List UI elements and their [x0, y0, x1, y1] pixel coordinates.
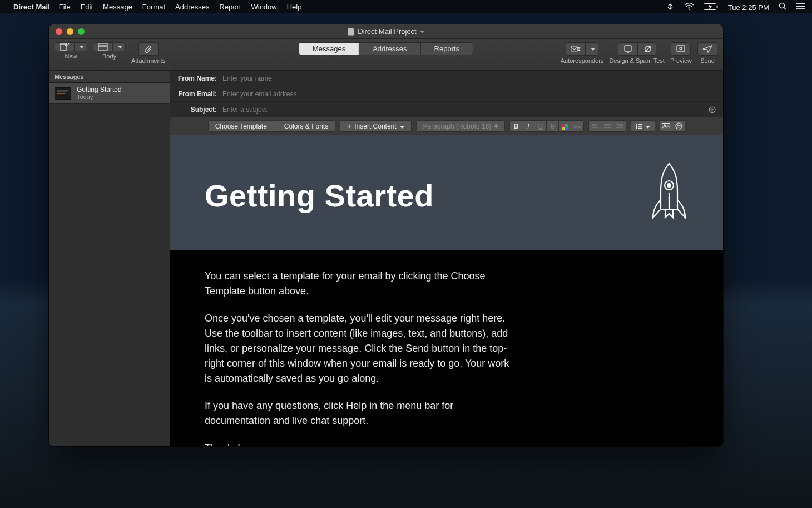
wifi-icon[interactable] — [684, 3, 694, 10]
fast-user-switch-icon[interactable] — [666, 3, 674, 10]
tab-messages[interactable]: Messages — [299, 43, 359, 55]
chevron-down-icon — [77, 46, 87, 48]
signature: Thanks! The Direct Mail Team directmailm… — [205, 441, 514, 446]
template-colors-segment: Choose Template Colors & Fonts — [208, 120, 336, 132]
send-icon — [702, 45, 712, 53]
header-fields: From Name: Enter your name From Email: E… — [170, 71, 723, 117]
chevron-down-icon — [646, 122, 650, 130]
align-right-button[interactable] — [613, 121, 626, 131]
paragraph-1: You can select a template for your email… — [205, 269, 514, 299]
menubar-clock[interactable]: Tue 2:25 PM — [728, 3, 769, 12]
svg-rect-11 — [571, 47, 577, 51]
menu-message[interactable]: Message — [103, 3, 132, 11]
choose-template-button[interactable]: Choose Template — [209, 121, 274, 131]
autoresponder-icon — [566, 43, 586, 55]
text-style-group: B I U S — [509, 120, 584, 132]
view-segmented-control: Messages Addresses Reports — [299, 42, 473, 55]
emoji-button[interactable] — [672, 121, 685, 131]
toolbar-preview-label: Preview — [670, 57, 692, 64]
list-button[interactable] — [631, 120, 655, 132]
media-group — [660, 120, 685, 132]
menu-edit[interactable]: Edit — [81, 3, 93, 11]
toolbar-autoresponders-label: Autoresponders — [561, 57, 604, 64]
from-email-row: From Email: Enter your email address — [170, 86, 723, 102]
new-button[interactable] — [55, 42, 87, 51]
tab-reports[interactable]: Reports — [421, 43, 473, 55]
tab-addresses[interactable]: Addresses — [359, 43, 420, 55]
preview-button[interactable] — [671, 42, 691, 56]
link-button[interactable] — [571, 121, 583, 131]
menu-file[interactable]: File — [59, 3, 71, 11]
subject-input[interactable]: Enter a subject — [222, 106, 708, 114]
menu-report[interactable]: Report — [219, 3, 241, 11]
toolbar-attachments-label: Attachments — [131, 57, 165, 64]
menu-window[interactable]: Window — [251, 3, 276, 11]
insert-content-button[interactable]: + Insert Content — [340, 120, 411, 132]
add-field-button[interactable]: ⊕ — [708, 103, 716, 116]
align-center-button[interactable] — [601, 121, 613, 131]
attachments-button[interactable] — [138, 42, 159, 56]
underline-button[interactable]: U — [534, 121, 547, 131]
svg-point-0 — [689, 9, 690, 10]
paragraph-style-selector[interactable]: Paragraph (Roboto 16) — [416, 120, 506, 132]
autoresponders-button[interactable] — [566, 42, 598, 56]
from-name-label: From Name: — [177, 75, 217, 82]
svg-line-4 — [784, 7, 786, 9]
battery-icon[interactable] — [704, 3, 718, 10]
menu-format[interactable]: Format — [142, 3, 165, 11]
message-thumbnail — [55, 87, 71, 100]
compose-icon — [55, 43, 75, 51]
send-button[interactable] — [697, 42, 717, 56]
toolbar-body-label: Body — [102, 53, 116, 60]
chevron-down-icon — [588, 43, 598, 55]
italic-button[interactable]: I — [522, 121, 534, 131]
toolbar-design-spam-label: Design & Spam Test — [609, 57, 664, 64]
text-color-button[interactable] — [559, 121, 571, 132]
sidebar-item-getting-started[interactable]: Getting Started Today — [49, 83, 170, 104]
from-email-input[interactable]: Enter your email address — [222, 90, 716, 98]
menu-help[interactable]: Help — [287, 3, 302, 11]
toolbar-new-label: New — [65, 53, 77, 60]
colors-fonts-button[interactable]: Colors & Fonts — [278, 121, 335, 131]
svg-point-38 — [676, 123, 682, 129]
spotlight-icon[interactable] — [779, 2, 786, 10]
svg-point-42 — [667, 184, 671, 187]
menu-addresses[interactable]: Addresses — [175, 3, 209, 11]
toolbar-design-spam-group: Design & Spam Test — [609, 42, 664, 64]
alignment-group — [588, 120, 626, 132]
message-canvas[interactable]: Getting Started You can select a templat… — [170, 135, 723, 446]
design-spam-button[interactable] — [618, 42, 656, 56]
body-button[interactable] — [93, 42, 126, 51]
svg-rect-16 — [677, 46, 685, 51]
toolbar-preview-group: Preview — [670, 42, 692, 64]
subject-label: Subject: — [177, 106, 217, 114]
hero-title: Getting Started — [205, 177, 434, 214]
window-title[interactable]: Direct Mail Project — [49, 27, 723, 36]
macos-menubar: Direct Mail File Edit Message Format Add… — [0, 0, 812, 13]
image-button[interactable] — [660, 121, 672, 131]
chevron-down-icon — [420, 28, 424, 34]
strikethrough-button[interactable]: S — [547, 121, 559, 131]
window-titlebar[interactable]: Direct Mail Project — [49, 24, 723, 39]
align-left-button[interactable] — [589, 121, 601, 131]
from-name-row: From Name: Enter your name — [170, 71, 723, 86]
format-toolbar: Choose Template Colors & Fonts + Insert … — [170, 117, 723, 135]
chevron-down-icon — [400, 122, 404, 130]
paragraph-style-label: Paragraph (Roboto 16) — [423, 122, 492, 130]
list-icon — [636, 124, 642, 129]
subject-row: Subject: Enter a subject ⊕ — [170, 102, 723, 117]
rocket-icon — [650, 162, 689, 229]
from-email-label: From Email: — [177, 90, 217, 98]
from-name-input[interactable]: Enter your name — [222, 75, 716, 82]
body-copy: You can select a template for your email… — [170, 250, 548, 446]
notification-center-icon[interactable] — [796, 3, 805, 10]
stepper-icon — [494, 124, 498, 129]
paperclip-icon — [143, 45, 154, 53]
bold-button[interactable]: B — [510, 121, 522, 131]
menubar-app-name[interactable]: Direct Mail — [13, 3, 50, 11]
svg-rect-36 — [662, 124, 670, 129]
messages-sidebar: Messages Getting Started Today — [49, 71, 170, 446]
plus-icon: + — [347, 122, 351, 130]
message-editor: From Name: Enter your name From Email: E… — [170, 71, 723, 446]
toolbar-send-group: Send — [697, 42, 717, 64]
